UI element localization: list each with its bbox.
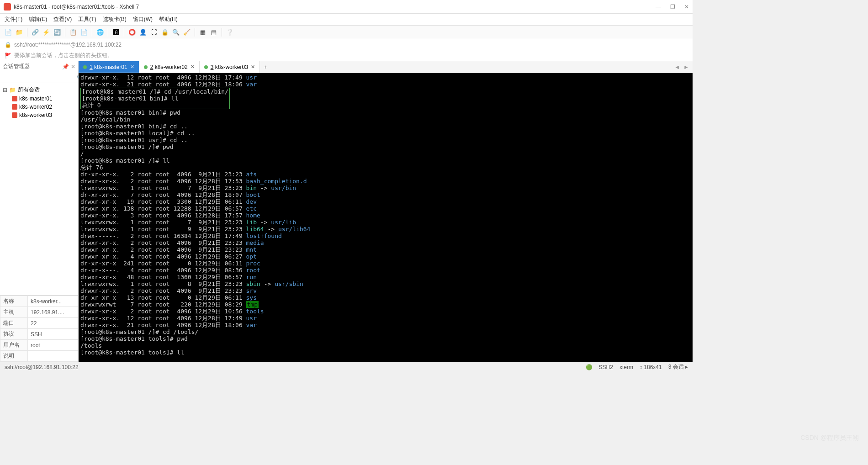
user-icon[interactable]: 👤 xyxy=(138,28,148,37)
collapse-icon[interactable]: ⊟ xyxy=(3,87,7,93)
panel-title: 会话管理器 xyxy=(3,63,30,70)
tab-num: 3 k8s-worker03 xyxy=(211,64,248,70)
session-item[interactable]: k8s-worker02 xyxy=(0,103,78,111)
prop-val: root xyxy=(28,340,78,351)
lock-icon[interactable]: 🔒 xyxy=(160,28,169,37)
disconnect-icon[interactable]: ⚡ xyxy=(42,28,51,37)
session-label: k8s-worker03 xyxy=(19,112,52,118)
status-dot-icon xyxy=(83,65,87,69)
tab-num: 1 k8s-master01 xyxy=(90,64,127,70)
separator xyxy=(92,28,92,37)
close-tab-icon[interactable]: ✕ xyxy=(130,64,134,70)
status-dot-icon xyxy=(144,65,148,69)
globe-icon[interactable]: 🌐 xyxy=(95,28,105,37)
status-size: ↕ 186x41 xyxy=(640,364,662,370)
tip-text: 要添加当前会话，点击左侧的箭头按钮。 xyxy=(14,52,113,59)
separator xyxy=(27,28,27,37)
menu-tabs[interactable]: 选项卡(B) xyxy=(103,16,127,23)
statusbar: ssh://root@192.168.91.100:22 🟢 SSH2 xter… xyxy=(0,362,693,372)
pin-icon[interactable]: 📌 xyxy=(62,63,69,70)
prop-key: 端口 xyxy=(0,318,28,329)
folder-icon: 📁 xyxy=(9,87,16,93)
session-tree: ⊟ 📁 所有会话 k8s-master01 k8s-worker02 k8s-w… xyxy=(0,83,78,295)
tab-k8s-worker02[interactable]: 2 k8s-worker02✕ xyxy=(139,61,200,73)
session-item[interactable]: k8s-worker03 xyxy=(0,111,78,119)
address-text[interactable]: ssh://root:***************@192.168.91.10… xyxy=(14,42,122,48)
tree-root[interactable]: ⊟ 📁 所有会话 xyxy=(0,85,78,95)
connect-icon[interactable]: 🔗 xyxy=(31,28,40,37)
reconnect-icon[interactable]: 🔄 xyxy=(53,28,62,37)
new-session-icon[interactable]: 📄 xyxy=(4,28,13,37)
find-icon[interactable]: 🔍 xyxy=(171,28,180,37)
layout-icon[interactable]: ▦ xyxy=(198,28,207,37)
app-icon xyxy=(4,3,11,11)
menu-edit[interactable]: 编辑(E) xyxy=(29,16,47,23)
separator xyxy=(124,28,124,37)
session-label: k8s-master01 xyxy=(19,95,53,102)
paste-icon[interactable]: 📄 xyxy=(79,28,89,37)
maximize-button[interactable]: ❐ xyxy=(670,4,675,10)
fullscreen-icon[interactable]: ⛶ xyxy=(149,28,159,37)
session-tabs: 1 k8s-master01✕2 k8s-worker02✕3 k8s-work… xyxy=(79,61,693,73)
prop-val: 192.168.91.... xyxy=(28,307,78,318)
copy-icon[interactable]: 📋 xyxy=(69,28,78,37)
prop-key: 用户名 xyxy=(0,340,28,351)
window-title: k8s-master01 - root@k8s-master01:/tools … xyxy=(14,4,656,10)
addressbar: 🔒 ssh://root:***************@192.168.91.… xyxy=(0,39,693,50)
prop-val xyxy=(28,351,78,362)
clear-icon[interactable]: 🧹 xyxy=(182,28,191,37)
root-label: 所有会话 xyxy=(18,86,40,94)
tab-k8s-master01[interactable]: 1 k8s-master01✕ xyxy=(79,61,139,73)
toolbar: 📄 📁 🔗 ⚡ 🔄 📋 📄 🌐 🅰 ⭕ 👤 ⛶ 🔒 🔍 🧹 ▦ ▤ ❔ xyxy=(0,26,693,39)
session-icon xyxy=(12,112,17,118)
properties-table: 名称k8s-worker...主机192.168.91....端口22协议SSH… xyxy=(0,295,78,362)
separator xyxy=(222,28,222,37)
session-icon xyxy=(12,104,17,110)
tipbar: 🚩 要添加当前会话，点击左侧的箭头按钮。 xyxy=(0,50,693,61)
session-manager-panel: 会话管理器 📌 ✕ 🔍 ⊟ 📁 所有会话 k8s-master01 k8s-wo… xyxy=(0,61,79,362)
prop-key: 主机 xyxy=(0,307,28,318)
flag-icon: 🚩 xyxy=(5,53,11,59)
menu-window[interactable]: 窗口(W) xyxy=(133,16,153,23)
record-icon[interactable]: ⭕ xyxy=(127,28,137,37)
prop-val: 22 xyxy=(28,318,78,329)
tab-prev-icon[interactable]: ◄ xyxy=(674,64,680,70)
font-icon[interactable]: 🅰 xyxy=(111,28,121,37)
tab-k8s-worker03[interactable]: 3 k8s-worker03✕ xyxy=(200,61,260,73)
minimize-button[interactable]: — xyxy=(656,4,661,10)
separator xyxy=(195,28,195,37)
menu-tools[interactable]: 工具(T) xyxy=(78,16,96,23)
session-icon xyxy=(12,96,17,101)
status-sess: 3 会话 ▸ xyxy=(668,363,688,371)
tab-num: 2 k8s-worker02 xyxy=(150,64,188,70)
status-ssh: SSH2 xyxy=(599,364,613,370)
prop-val: SSH xyxy=(28,329,78,340)
menu-view[interactable]: 查看(V) xyxy=(53,16,72,23)
terminal[interactable]: drwxr-xr-x. 12 root root 4096 12月28日 17:… xyxy=(79,73,693,362)
session-item[interactable]: k8s-master01 xyxy=(0,95,78,103)
session-label: k8s-worker02 xyxy=(19,104,52,110)
close-panel-icon[interactable]: ✕ xyxy=(71,63,75,70)
close-button[interactable]: ✕ xyxy=(684,4,689,10)
separator xyxy=(65,28,65,37)
add-tab-button[interactable]: + xyxy=(260,61,271,73)
tile-icon[interactable]: ▤ xyxy=(209,28,218,37)
panel-header: 会话管理器 📌 ✕ xyxy=(0,61,78,72)
help-icon[interactable]: ❔ xyxy=(225,28,234,37)
search-input[interactable] xyxy=(0,74,74,81)
status-address: ssh://root@192.168.91.100:22 xyxy=(5,364,79,370)
menubar: 文件(F) 编辑(E) 查看(V) 工具(T) 选项卡(B) 窗口(W) 帮助(… xyxy=(0,14,693,26)
status-dot-icon xyxy=(204,65,208,69)
prop-key: 说明 xyxy=(0,351,28,362)
titlebar: k8s-master01 - root@k8s-master01:/tools … xyxy=(0,0,693,14)
separator xyxy=(108,28,108,37)
prop-val: k8s-worker... xyxy=(28,296,78,307)
close-tab-icon[interactable]: ✕ xyxy=(251,64,255,70)
menu-file[interactable]: 文件(F) xyxy=(5,16,22,23)
menu-help[interactable]: 帮助(H) xyxy=(159,16,178,23)
close-tab-icon[interactable]: ✕ xyxy=(191,64,195,70)
lock-icon: 🔒 xyxy=(5,42,11,48)
open-icon[interactable]: 📁 xyxy=(15,28,24,37)
prop-key: 名称 xyxy=(0,296,28,307)
tab-next-icon[interactable]: ► xyxy=(683,64,689,70)
